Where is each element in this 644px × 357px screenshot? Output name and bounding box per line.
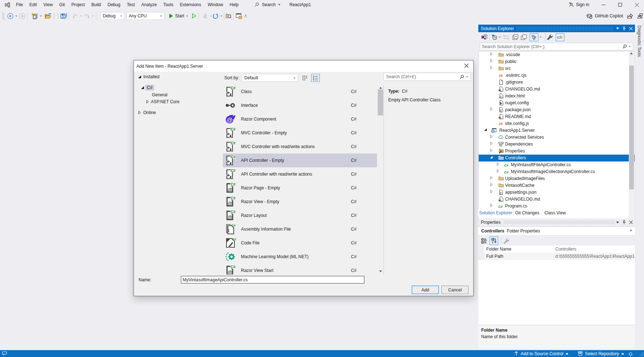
svg-text:{}: {} — [500, 191, 502, 194]
svg-text:@: @ — [228, 269, 233, 274]
svg-text:C#: C# — [231, 182, 236, 186]
svg-text:>: > — [501, 96, 503, 98]
svg-text:JS: JS — [499, 74, 503, 77]
svg-text:Z: Z — [492, 241, 493, 244]
svg-text:@: @ — [228, 201, 233, 206]
svg-text:C#: C# — [504, 170, 509, 174]
svg-text:C#: C# — [231, 223, 236, 227]
svg-text:M↓: M↓ — [499, 89, 502, 92]
svg-text:A: A — [492, 238, 493, 240]
svg-text:{}: {} — [500, 109, 502, 112]
svg-text:i: i — [228, 228, 229, 233]
svg-text:@: @ — [227, 117, 233, 123]
svg-text:C#: C# — [232, 237, 236, 241]
svg-text:C#: C# — [231, 86, 236, 90]
svg-text:C#: C# — [231, 141, 236, 145]
svg-text:JS: JS — [499, 122, 503, 126]
svg-text:M↓: M↓ — [499, 199, 502, 202]
svg-text:@: @ — [228, 187, 233, 192]
svg-text:C#: C# — [231, 168, 236, 173]
svg-text:C#: C# — [231, 210, 236, 214]
svg-text:C#: C# — [231, 196, 236, 200]
svg-text:C#: C# — [231, 127, 236, 131]
svg-text:M↓: M↓ — [499, 117, 502, 119]
svg-text:C#: C# — [504, 163, 509, 167]
svg-text:C#: C# — [231, 265, 236, 269]
svg-text:C#: C# — [499, 205, 503, 209]
svg-text:@: @ — [228, 214, 233, 220]
svg-text:C#: C# — [231, 155, 236, 159]
